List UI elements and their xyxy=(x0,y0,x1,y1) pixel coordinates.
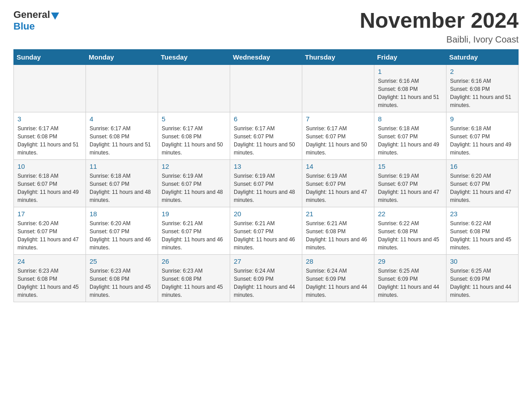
day-info: Sunrise: 6:25 AMSunset: 6:09 PMDaylight:… xyxy=(378,267,442,299)
day-info: Sunrise: 6:20 AMSunset: 6:07 PMDaylight:… xyxy=(90,219,154,252)
calendar-cell: 7Sunrise: 6:17 AMSunset: 6:07 PMDaylight… xyxy=(302,112,374,159)
logo-blue-text: Blue xyxy=(13,21,35,32)
calendar-cell: 29Sunrise: 6:25 AMSunset: 6:09 PMDayligh… xyxy=(374,254,446,302)
calendar-cell: 20Sunrise: 6:21 AMSunset: 6:07 PMDayligh… xyxy=(230,207,302,254)
calendar-week-row: 10Sunrise: 6:18 AMSunset: 6:07 PMDayligh… xyxy=(14,159,519,207)
day-number: 21 xyxy=(306,210,370,218)
calendar-cell: 12Sunrise: 6:19 AMSunset: 6:07 PMDayligh… xyxy=(158,159,230,207)
calendar-table: SundayMondayTuesdayWednesdayThursdayFrid… xyxy=(13,49,519,302)
day-number: 3 xyxy=(17,115,82,123)
calendar-cell xyxy=(14,64,86,112)
calendar-cell: 26Sunrise: 6:23 AMSunset: 6:08 PMDayligh… xyxy=(158,254,230,302)
day-info: Sunrise: 6:21 AMSunset: 6:07 PMDaylight:… xyxy=(234,219,298,252)
day-number: 7 xyxy=(306,115,370,123)
day-info: Sunrise: 6:19 AMSunset: 6:07 PMDaylight:… xyxy=(234,172,298,204)
day-number: 20 xyxy=(234,210,298,218)
day-info: Sunrise: 6:17 AMSunset: 6:08 PMDaylight:… xyxy=(90,124,154,157)
calendar-cell: 13Sunrise: 6:19 AMSunset: 6:07 PMDayligh… xyxy=(230,159,302,207)
day-number: 27 xyxy=(234,257,298,265)
location-subtitle: Baibli, Ivory Coast xyxy=(360,34,519,45)
day-of-week-header: Wednesday xyxy=(230,49,302,64)
calendar-cell: 23Sunrise: 6:22 AMSunset: 6:08 PMDayligh… xyxy=(446,207,519,254)
day-number: 22 xyxy=(378,210,442,218)
calendar-week-row: 1Sunrise: 6:16 AMSunset: 6:08 PMDaylight… xyxy=(14,64,519,112)
day-number: 26 xyxy=(162,257,226,265)
calendar-cell: 2Sunrise: 6:16 AMSunset: 6:08 PMDaylight… xyxy=(446,64,519,112)
day-number: 8 xyxy=(378,115,442,123)
day-info: Sunrise: 6:23 AMSunset: 6:08 PMDaylight:… xyxy=(90,267,154,299)
calendar-cell: 5Sunrise: 6:17 AMSunset: 6:08 PMDaylight… xyxy=(158,112,230,159)
day-info: Sunrise: 6:18 AMSunset: 6:07 PMDaylight:… xyxy=(450,124,515,157)
day-info: Sunrise: 6:19 AMSunset: 6:07 PMDaylight:… xyxy=(306,172,370,204)
day-info: Sunrise: 6:16 AMSunset: 6:08 PMDaylight:… xyxy=(378,77,442,109)
calendar-cell xyxy=(158,64,230,112)
calendar-cell: 16Sunrise: 6:20 AMSunset: 6:07 PMDayligh… xyxy=(446,159,519,207)
day-number: 2 xyxy=(450,68,515,75)
day-number: 19 xyxy=(162,210,226,218)
calendar-cell: 18Sunrise: 6:20 AMSunset: 6:07 PMDayligh… xyxy=(86,207,158,254)
calendar-cell: 6Sunrise: 6:17 AMSunset: 6:07 PMDaylight… xyxy=(230,112,302,159)
day-info: Sunrise: 6:22 AMSunset: 6:08 PMDaylight:… xyxy=(450,219,515,252)
day-info: Sunrise: 6:17 AMSunset: 6:08 PMDaylight:… xyxy=(17,124,82,157)
calendar-cell: 10Sunrise: 6:18 AMSunset: 6:07 PMDayligh… xyxy=(14,159,86,207)
day-info: Sunrise: 6:23 AMSunset: 6:08 PMDaylight:… xyxy=(162,267,226,299)
day-info: Sunrise: 6:16 AMSunset: 6:08 PMDaylight:… xyxy=(450,77,515,109)
day-info: Sunrise: 6:19 AMSunset: 6:07 PMDaylight:… xyxy=(162,172,226,204)
day-number: 5 xyxy=(162,115,226,123)
day-number: 1 xyxy=(378,68,442,75)
day-info: Sunrise: 6:18 AMSunset: 6:07 PMDaylight:… xyxy=(17,172,82,204)
day-info: Sunrise: 6:25 AMSunset: 6:09 PMDaylight:… xyxy=(450,267,515,299)
calendar-cell: 9Sunrise: 6:18 AMSunset: 6:07 PMDaylight… xyxy=(446,112,519,159)
day-of-week-header: Monday xyxy=(86,49,158,64)
day-number: 29 xyxy=(378,257,442,265)
calendar-cell xyxy=(302,64,374,112)
calendar-week-row: 17Sunrise: 6:20 AMSunset: 6:07 PMDayligh… xyxy=(14,207,519,254)
month-year-title: November 2024 xyxy=(360,9,519,33)
day-number: 25 xyxy=(90,257,154,265)
day-number: 4 xyxy=(90,115,154,123)
day-number: 14 xyxy=(306,163,370,170)
calendar-week-row: 24Sunrise: 6:23 AMSunset: 6:08 PMDayligh… xyxy=(14,254,519,302)
day-info: Sunrise: 6:21 AMSunset: 6:07 PMDaylight:… xyxy=(162,219,226,252)
calendar-cell: 8Sunrise: 6:18 AMSunset: 6:07 PMDaylight… xyxy=(374,112,446,159)
day-number: 13 xyxy=(234,163,298,170)
calendar-cell: 21Sunrise: 6:21 AMSunset: 6:08 PMDayligh… xyxy=(302,207,374,254)
logo-general-text: General xyxy=(13,9,50,21)
page-header: General Blue November 2024 Baibli, Ivory… xyxy=(13,9,519,45)
calendar-cell: 25Sunrise: 6:23 AMSunset: 6:08 PMDayligh… xyxy=(86,254,158,302)
calendar-cell: 28Sunrise: 6:24 AMSunset: 6:09 PMDayligh… xyxy=(302,254,374,302)
day-of-week-header: Sunday xyxy=(14,49,86,64)
calendar-cell: 19Sunrise: 6:21 AMSunset: 6:07 PMDayligh… xyxy=(158,207,230,254)
day-info: Sunrise: 6:19 AMSunset: 6:07 PMDaylight:… xyxy=(378,172,442,204)
day-number: 12 xyxy=(162,163,226,170)
calendar-cell: 4Sunrise: 6:17 AMSunset: 6:08 PMDaylight… xyxy=(86,112,158,159)
calendar-cell: 22Sunrise: 6:22 AMSunset: 6:08 PMDayligh… xyxy=(374,207,446,254)
day-of-week-header: Tuesday xyxy=(158,49,230,64)
day-of-week-header: Thursday xyxy=(302,49,374,64)
calendar-cell xyxy=(230,64,302,112)
calendar-cell xyxy=(86,64,158,112)
day-info: Sunrise: 6:20 AMSunset: 6:07 PMDaylight:… xyxy=(450,172,515,204)
day-number: 28 xyxy=(306,257,370,265)
day-number: 9 xyxy=(450,115,515,123)
day-info: Sunrise: 6:21 AMSunset: 6:08 PMDaylight:… xyxy=(306,219,370,252)
day-number: 15 xyxy=(378,163,442,170)
logo: General Blue xyxy=(13,9,59,32)
calendar-cell: 11Sunrise: 6:18 AMSunset: 6:07 PMDayligh… xyxy=(86,159,158,207)
calendar-week-row: 3Sunrise: 6:17 AMSunset: 6:08 PMDaylight… xyxy=(14,112,519,159)
calendar-cell: 30Sunrise: 6:25 AMSunset: 6:09 PMDayligh… xyxy=(446,254,519,302)
day-info: Sunrise: 6:18 AMSunset: 6:07 PMDaylight:… xyxy=(90,172,154,204)
day-info: Sunrise: 6:22 AMSunset: 6:08 PMDaylight:… xyxy=(378,219,442,252)
header-row: SundayMondayTuesdayWednesdayThursdayFrid… xyxy=(14,49,519,64)
day-number: 30 xyxy=(450,257,515,265)
day-info: Sunrise: 6:24 AMSunset: 6:09 PMDaylight:… xyxy=(234,267,298,299)
day-info: Sunrise: 6:23 AMSunset: 6:08 PMDaylight:… xyxy=(17,267,82,299)
day-of-week-header: Saturday xyxy=(446,49,519,64)
day-number: 24 xyxy=(17,257,82,265)
day-of-week-header: Friday xyxy=(374,49,446,64)
day-number: 6 xyxy=(234,115,298,123)
day-info: Sunrise: 6:17 AMSunset: 6:08 PMDaylight:… xyxy=(162,124,226,157)
calendar-cell: 24Sunrise: 6:23 AMSunset: 6:08 PMDayligh… xyxy=(14,254,86,302)
day-info: Sunrise: 6:20 AMSunset: 6:07 PMDaylight:… xyxy=(17,219,82,252)
calendar-cell: 1Sunrise: 6:16 AMSunset: 6:08 PMDaylight… xyxy=(374,64,446,112)
